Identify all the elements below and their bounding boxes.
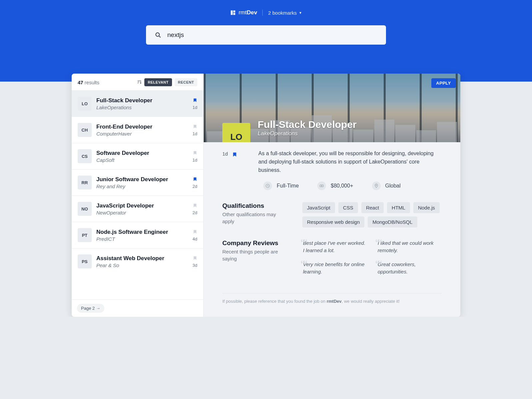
job-title: JavaScript Developer (96, 202, 188, 209)
job-company: NewOperator (96, 210, 188, 215)
job-age: 2d (193, 210, 197, 215)
job-badge: PS (78, 254, 92, 268)
sort-icon (137, 80, 142, 85)
sort-recent-button[interactable]: RECENT (175, 78, 197, 86)
bookmark-icon[interactable] (193, 255, 197, 261)
detail-company-name: LakeOperations (258, 130, 357, 137)
caret-down-icon: ▼ (299, 11, 302, 15)
logo-text: rmtDev (239, 9, 257, 16)
job-badge: RR (78, 176, 92, 190)
qualification-tag: Responsive web design (302, 216, 364, 227)
logo-icon (230, 10, 236, 16)
bookmark-icon[interactable] (193, 98, 197, 103)
detail-panel: APPLY LO Full-Stack Developer LakeOperat… (204, 74, 460, 317)
job-badge: CH (78, 123, 92, 137)
bookmark-icon[interactable] (193, 124, 197, 129)
results-panel: 47 results RELEVANT RECENT LOFull-Stack … (72, 74, 204, 317)
job-title: Node.js Software Engineer (96, 228, 188, 236)
job-title: Assistant Web Developer (96, 255, 188, 262)
reviews-title: Company Reviews (222, 239, 289, 247)
logo[interactable]: rmtDev (230, 9, 257, 16)
review-item: Very nice benefits for online learning. (302, 261, 367, 275)
job-item[interactable]: PTNode.js Software EngineerPredICT4d (72, 222, 203, 248)
next-page-button[interactable]: Page 2 → (77, 304, 104, 313)
job-company: CapSoft (96, 157, 188, 163)
bookmark-icon[interactable] (193, 150, 197, 156)
job-title: Front-End Developer (96, 123, 188, 131)
job-age: 1d (193, 105, 197, 110)
job-age: 1d (193, 131, 197, 136)
qualification-tag: Node.js (413, 202, 440, 213)
job-list: LOFull-Stack DeveloperLakeOperations1dCH… (72, 90, 203, 299)
bookmark-icon[interactable] (193, 229, 197, 234)
money-icon (317, 182, 326, 190)
job-item[interactable]: PSAssistant Web DeveloperPear & So3d (72, 248, 203, 274)
job-company: Rey and Rey (96, 184, 188, 189)
results-count: 47 results (78, 80, 99, 85)
qualification-tag: React (361, 202, 384, 213)
qualifications-tags: JavaScriptCSSReactHTMLNode.jsResponsive … (302, 202, 442, 227)
bookmarks-label: 2 bookmarks (268, 10, 297, 16)
job-title: Software Developer (96, 150, 188, 157)
job-item[interactable]: CHFront-End DeveloperComputerHaver1d (72, 117, 203, 143)
job-item[interactable]: CSSoftware DeveloperCapSoft1d (72, 143, 203, 169)
detail-age: 1d (222, 151, 228, 157)
header: rmtDev 2 bookmarks ▼ (0, 0, 532, 82)
qualification-tag: MongoDB/NoSQL (368, 216, 417, 227)
job-item[interactable]: RRJunior Software DeveloperRey and Rey2d (72, 169, 203, 196)
job-item[interactable]: LOFull-Stack DeveloperLakeOperations1d (72, 90, 203, 117)
job-title: Junior Software Developer (96, 176, 188, 183)
job-company: Pear & So (96, 262, 188, 268)
pin-icon (372, 182, 381, 190)
svg-point-4 (321, 186, 322, 186)
main-panel: 47 results RELEVANT RECENT LOFull-Stack … (72, 74, 460, 317)
qualifications-title: Qualifications (222, 202, 289, 209)
divider (262, 10, 263, 16)
job-age: 1d (193, 158, 197, 163)
search-icon (155, 32, 161, 38)
reviews-sub: Recent things people are saying (222, 248, 289, 262)
reviews-grid: Best place I've ever worked. I learned a… (302, 239, 442, 275)
hero-image: APPLY LO Full-Stack Developer LakeOperat… (204, 74, 460, 142)
job-company: ComputerHaver (96, 131, 188, 137)
detail-description: As a full-stack developer, you will be r… (258, 150, 442, 174)
svg-point-5 (376, 185, 376, 186)
job-badge: LO (78, 97, 92, 111)
qualification-tag: JavaScript (302, 202, 335, 213)
job-company: LakeOperations (96, 105, 188, 110)
review-item: I liked that we could work remotely. (377, 239, 442, 254)
chip-type: Full-Time (263, 182, 299, 190)
review-item: Best place I've ever worked. I learned a… (302, 239, 367, 254)
job-title: Full-Stack Developer (96, 97, 188, 104)
chip-location: Global (372, 182, 401, 190)
footnote: If possible, please reference that you f… (222, 293, 442, 310)
svg-rect-3 (320, 185, 324, 187)
job-age: 4d (193, 236, 197, 241)
qualification-tag: CSS (338, 202, 358, 213)
chip-salary: $80,000+ (317, 182, 353, 190)
bookmark-icon[interactable] (193, 177, 197, 182)
bookmark-icon[interactable] (232, 151, 237, 157)
job-badge: PT (78, 228, 92, 242)
search-bar[interactable] (146, 25, 386, 45)
svg-point-0 (156, 33, 159, 36)
clock-icon (263, 182, 272, 190)
detail-job-title: Full-Stack Developer (258, 119, 357, 130)
sort-relevant-button[interactable]: RELEVANT (144, 78, 172, 86)
bookmark-icon[interactable] (193, 203, 197, 208)
job-item[interactable]: NOJavaScript DeveloperNewOperator2d (72, 196, 203, 222)
job-age: 3d (193, 263, 197, 268)
search-input[interactable] (167, 31, 377, 39)
job-badge: NO (78, 202, 92, 216)
job-company: PredICT (96, 236, 188, 242)
qualifications-sub: Other qualifications may apply (222, 211, 289, 225)
detail-company-badge: LO (222, 123, 250, 142)
job-badge: CS (78, 149, 92, 163)
job-age: 2d (193, 184, 197, 189)
bookmarks-dropdown[interactable]: 2 bookmarks ▼ (268, 10, 302, 16)
svg-line-1 (159, 36, 160, 37)
qualification-tag: HTML (387, 202, 410, 213)
review-item: Great coworkers, opportunities. (377, 261, 442, 275)
apply-button[interactable]: APPLY (431, 78, 456, 88)
